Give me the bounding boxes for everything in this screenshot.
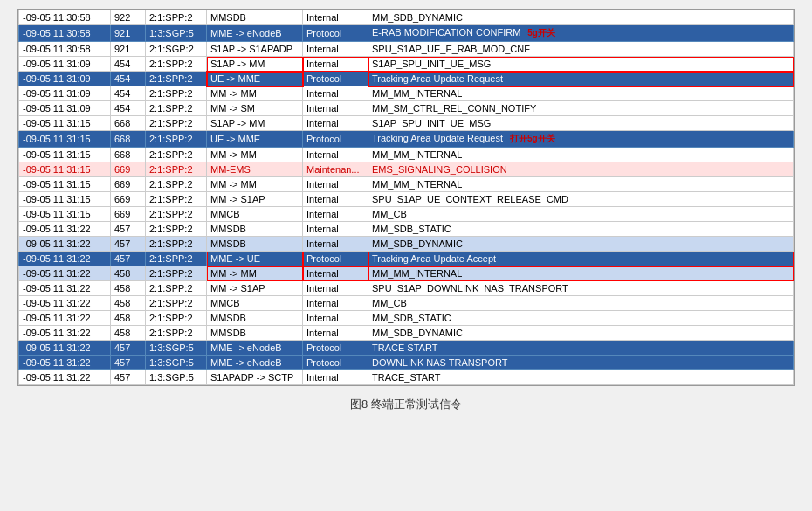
table-cell: S1AP_SPU_INIT_UE_MSG [368, 116, 794, 131]
table-cell: 2:1:SPP:2 [146, 177, 207, 192]
table-cell: MM_MM_INTERNAL [368, 177, 794, 192]
table-cell: MMSDB [207, 326, 303, 341]
table-cell: MMSDB [207, 10, 303, 25]
table-row[interactable]: -09-05 11:31:224582:1:SPP:2MMSDBInternal… [19, 326, 794, 341]
table-row[interactable]: -09-05 11:31:094542:1:SPP:2UE -> MMEProt… [19, 72, 794, 86]
table-cell: 2:1:SPP:2 [146, 296, 207, 311]
table-cell: Internal [303, 370, 368, 385]
table-cell: 1:3:SGP:5 [146, 341, 207, 356]
table-cell: 457 [111, 252, 146, 266]
table-cell: 669 [111, 207, 146, 222]
table-cell: 2:1:SPP:2 [146, 311, 207, 326]
table-cell: MM_SDB_DYNAMIC [368, 237, 794, 252]
table-cell: 668 [111, 148, 146, 162]
table-cell: MME -> UE [207, 252, 303, 266]
table-cell: Internal [303, 311, 368, 326]
table-row[interactable]: -09-05 11:31:156682:1:SPP:2MM -> MMInter… [19, 148, 794, 162]
table-cell: SPU_S1AP_UE_CONTEXT_RELEASE_CMD [368, 192, 794, 207]
table-row[interactable]: -09-05 11:31:224582:1:SPP:2MM -> S1APInt… [19, 281, 794, 296]
table-cell: S1APADP -> SCTP [207, 370, 303, 385]
table-cell: 2:1:SPP:2 [146, 326, 207, 341]
table-row[interactable]: -09-05 11:31:224571:3:SGP:5MME -> eNodeB… [19, 356, 794, 370]
table-row[interactable]: -09-05 11:31:156692:1:SPP:2MM -> S1APInt… [19, 192, 794, 207]
table-cell: MM_SDB_STATIC [368, 311, 794, 326]
table-cell: Protocol [303, 356, 368, 370]
table-cell: MM -> SM [207, 101, 303, 116]
log-table: -09-05 11:30:589222:1:SPP:2MMSDBInternal… [18, 10, 794, 385]
table-cell: Internal [303, 326, 368, 341]
table-cell: Internal [303, 177, 368, 192]
table-cell: 2:1:SPP:2 [146, 101, 207, 116]
table-cell: DOWNLINK NAS TRANSPORT [368, 356, 794, 370]
table-row[interactable]: -09-05 11:31:094542:1:SPP:2MM -> MMInter… [19, 86, 794, 101]
table-cell: -09-05 11:31:15 [19, 162, 111, 177]
table-cell: -09-05 11:31:15 [19, 116, 111, 131]
table-cell: Internal [303, 222, 368, 237]
table-cell: 2:1:SPP:2 [146, 162, 207, 177]
table-row[interactable]: -09-05 11:31:224572:1:SPP:2MMSDBInternal… [19, 237, 794, 252]
table-row[interactable]: -09-05 11:31:224571:3:SGP:5S1APADP -> SC… [19, 370, 794, 385]
table-cell: 2:1:SPP:2 [146, 237, 207, 252]
table-cell: Tracking Area Update Request [368, 72, 794, 86]
table-cell: 922 [111, 10, 146, 25]
table-cell: Internal [303, 192, 368, 207]
table-cell: E-RAB MODIFICATION CONFIRM5g开关 [368, 25, 794, 42]
table-row[interactable]: -09-05 11:31:156692:1:SPP:2MM-EMSMainten… [19, 162, 794, 177]
table-cell: Maintenan... [303, 162, 368, 177]
table-cell: MMSDB [207, 237, 303, 252]
table-cell: S1AP -> MM [207, 116, 303, 131]
table-cell: Protocol [303, 252, 368, 266]
table-row[interactable]: -09-05 11:31:156682:1:SPP:2UE -> MMEProt… [19, 131, 794, 148]
table-cell: Protocol [303, 131, 368, 148]
table-cell: MM_MM_INTERNAL [368, 148, 794, 162]
table-cell: MM -> S1AP [207, 192, 303, 207]
table-cell: -09-05 11:31:15 [19, 177, 111, 192]
table-row[interactable]: -09-05 11:31:224571:3:SGP:5MME -> eNodeB… [19, 341, 794, 356]
table-row[interactable]: -09-05 11:31:094542:1:SPP:2MM -> SMInter… [19, 101, 794, 116]
table-row[interactable]: -09-05 11:31:224582:1:SPP:2MMCBInternalM… [19, 296, 794, 311]
table-cell: -09-05 11:30:58 [19, 25, 111, 42]
table-cell: 2:1:SPP:2 [146, 86, 207, 101]
table-row[interactable]: -09-05 11:30:589222:1:SPP:2MMSDBInternal… [19, 10, 794, 25]
table-cell: 457 [111, 341, 146, 356]
table-cell: MM -> S1AP [207, 281, 303, 296]
table-cell: -09-05 11:31:22 [19, 326, 111, 341]
table-cell: 2:1:SPP:2 [146, 207, 207, 222]
table-row[interactable]: -09-05 11:31:224582:1:SPP:2MM -> MMInter… [19, 266, 794, 281]
table-row[interactable]: -09-05 11:31:156692:1:SPP:2MMCBInternalM… [19, 207, 794, 222]
table-row[interactable]: -09-05 11:31:094542:1:SPP:2S1AP -> MMInt… [19, 57, 794, 72]
table-row[interactable]: -09-05 11:31:224572:1:SPP:2MME -> UEProt… [19, 252, 794, 266]
table-row[interactable]: -09-05 11:31:224582:1:SPP:2MMSDBInternal… [19, 311, 794, 326]
table-row[interactable]: -09-05 11:30:589212:1:SGP:2S1AP -> S1APA… [19, 42, 794, 57]
table-cell: TRACE START [368, 341, 794, 356]
table-cell: 668 [111, 116, 146, 131]
table-cell: UE -> MME [207, 131, 303, 148]
table-cell: -09-05 11:31:22 [19, 370, 111, 385]
table-cell: -09-05 11:31:22 [19, 266, 111, 281]
table-cell: MM_CB [368, 207, 794, 222]
table-cell: 457 [111, 370, 146, 385]
table-cell: 454 [111, 72, 146, 86]
table-cell: Internal [303, 296, 368, 311]
figure-caption: 图8 终端正常测试信令 [350, 397, 462, 412]
table-row[interactable]: -09-05 11:31:156692:1:SPP:2MM -> MMInter… [19, 177, 794, 192]
table-cell: MME -> eNodeB [207, 341, 303, 356]
table-cell: S1AP -> S1APADP [207, 42, 303, 57]
table-cell: Internal [303, 42, 368, 57]
table-cell: S1AP_SPU_INIT_UE_MSG [368, 57, 794, 72]
table-cell: -09-05 11:31:09 [19, 101, 111, 116]
table-row[interactable]: -09-05 11:30:589211:3:SGP:5MME -> eNodeB… [19, 25, 794, 42]
table-cell: 2:1:SPP:2 [146, 192, 207, 207]
table-cell: -09-05 11:31:22 [19, 222, 111, 237]
table-cell: -09-05 11:31:15 [19, 192, 111, 207]
table-row[interactable]: -09-05 11:31:224572:1:SPP:2MMSDBInternal… [19, 222, 794, 237]
table-cell: -09-05 11:31:22 [19, 296, 111, 311]
table-cell: MMCB [207, 296, 303, 311]
table-cell: -09-05 11:30:58 [19, 42, 111, 57]
table-cell: 669 [111, 177, 146, 192]
table-cell: 454 [111, 57, 146, 72]
table-cell: MM_SM_CTRL_REL_CONN_NOTIFY [368, 101, 794, 116]
table-row[interactable]: -09-05 11:31:156682:1:SPP:2S1AP -> MMInt… [19, 116, 794, 131]
table-cell: Internal [303, 148, 368, 162]
table-cell: 2:1:SPP:2 [146, 116, 207, 131]
